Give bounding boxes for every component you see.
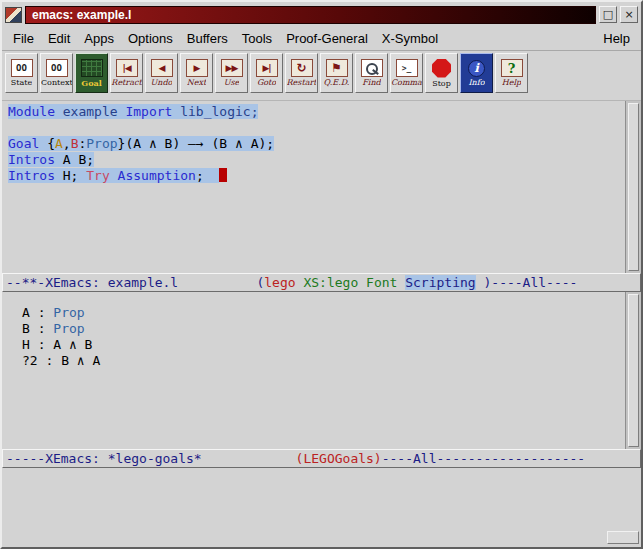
menu-edit[interactable]: Edit xyxy=(41,29,77,48)
goals-buffer[interactable]: A : PropB : PropH : A ∧ B?2 : B ∧ A xyxy=(2,292,625,449)
stop-sign-icon xyxy=(432,59,451,78)
code-token: Assumption xyxy=(118,168,196,183)
qed-flag-icon: ⚑ xyxy=(326,59,348,77)
modeline-segment: )----All---- xyxy=(476,275,578,290)
toolbar-label-next: Next xyxy=(187,78,206,87)
toolbar-label-info: Info xyxy=(468,78,484,87)
code-token: H; xyxy=(55,168,86,183)
menu-options[interactable]: Options xyxy=(121,29,180,48)
code-token: ; xyxy=(196,168,219,183)
maximize-button[interactable]: □ xyxy=(599,6,617,23)
qed-toolbar-button[interactable]: ⚑Q.E.D. xyxy=(320,53,353,93)
goal-toolbar-button[interactable]: Goal xyxy=(75,53,108,93)
goals-scrollbar[interactable] xyxy=(625,292,641,449)
retract-rewind-icon: |◀ xyxy=(116,59,138,77)
find-magnifier-icon xyxy=(361,59,383,77)
help-question-icon: ? xyxy=(501,59,523,77)
xemacs-window: emacs: example.l □ × FileEditAppsOptions… xyxy=(0,0,643,549)
goals-line: H : A ∧ B xyxy=(22,337,625,353)
toolbar-label-goto: Goto xyxy=(257,78,276,87)
toolbar-label-command: Command xyxy=(391,78,422,87)
next-toolbar-button[interactable]: ▶Next xyxy=(180,53,213,93)
retract-toolbar-button[interactable]: |◀Retract xyxy=(110,53,143,93)
undo-arrow-icon: ◀ xyxy=(151,59,173,77)
menu-proof-general[interactable]: Proof-General xyxy=(279,29,375,48)
restart-toolbar-button[interactable]: ↻Restart xyxy=(285,53,318,93)
window-menu-icon[interactable] xyxy=(5,7,22,23)
state-goggles-icon: OO xyxy=(11,59,33,77)
editor-code-line: Intros H; Try Assumption; xyxy=(8,168,625,184)
code-token: { xyxy=(39,136,55,151)
goal-grid-icon xyxy=(81,59,103,77)
code-token: ?2 : B ∧ A xyxy=(22,353,100,368)
goals-line: ?2 : B ∧ A xyxy=(22,353,625,369)
help-toolbar-button[interactable]: ?Help xyxy=(495,53,528,93)
editor-scrollbar-thumb[interactable] xyxy=(628,103,639,271)
code-token: Intros xyxy=(8,152,55,167)
menubar: FileEditAppsOptionsBuffersToolsProof-Gen… xyxy=(2,27,641,51)
code-token: example xyxy=(63,104,118,119)
goals-line: A : Prop xyxy=(22,305,625,321)
goals-modeline: -----XEmacs: *lego-goals* (LEGOGoals)---… xyxy=(2,449,641,468)
modeline-segment: ----All------------------- xyxy=(382,451,586,466)
toolbar-label-retract: Retract xyxy=(111,78,141,87)
use-toolbar-button[interactable]: ▶▶Use xyxy=(215,53,248,93)
menu-tools[interactable]: Tools xyxy=(235,29,279,48)
text-cursor xyxy=(219,168,227,182)
code-token: Import xyxy=(125,104,172,119)
code-token: Prop xyxy=(53,305,84,320)
context-goggles-icon: OO xyxy=(46,59,68,77)
code-token: H : A ∧ B xyxy=(22,337,92,352)
menu-buffers[interactable]: Buffers xyxy=(180,29,235,48)
info-toolbar-button[interactable]: iInfo xyxy=(460,53,493,93)
command-terminal-icon: >_ xyxy=(396,59,418,77)
command-toolbar-button[interactable]: >_Command xyxy=(390,53,423,93)
state-toolbar-button[interactable]: OOState xyxy=(5,53,38,93)
editor-code-line: Intros A B; xyxy=(8,152,625,168)
close-button[interactable]: × xyxy=(620,6,638,23)
modeline-segment: --**-XEmacs: example.l xyxy=(6,275,178,290)
code-token: lib_logic; xyxy=(172,104,258,119)
window-title-area[interactable]: emacs: example.l xyxy=(25,6,596,24)
menu-file[interactable]: File xyxy=(6,29,41,48)
menu-apps[interactable]: Apps xyxy=(77,29,121,48)
find-toolbar-button[interactable]: Find xyxy=(355,53,388,93)
editor-modeline: --**-XEmacs: example.l (lego XS:lego Fon… xyxy=(2,273,641,292)
code-token: Goal xyxy=(8,136,39,151)
next-arrow-icon: ▶ xyxy=(186,59,208,77)
editor-code-line xyxy=(8,120,625,136)
modeline-segment: (LEGOGoals) xyxy=(296,451,382,466)
restart-circle-icon: ↻ xyxy=(291,59,313,77)
code-token: A : xyxy=(22,305,53,320)
code-token: A B; xyxy=(55,152,94,167)
menu-x-symbol[interactable]: X-Symbol xyxy=(375,29,445,48)
toolbar-label-use: Use xyxy=(224,78,240,87)
stop-toolbar-button[interactable]: Stop xyxy=(425,53,458,93)
modeline-segment xyxy=(358,275,366,290)
modeline-segment xyxy=(178,275,256,290)
use-arrows-icon: ▶▶ xyxy=(221,59,243,77)
modeline-segment: Font xyxy=(366,275,397,290)
goto-toolbar-button[interactable]: ▶|Goto xyxy=(250,53,283,93)
code-token xyxy=(110,168,118,183)
undo-toolbar-button[interactable]: ◀Undo xyxy=(145,53,178,93)
editor-code-line: Goal {A,B:Prop}(A ∧ B) —→ (B ∧ A); xyxy=(8,136,625,152)
modeline-segment: -----XEmacs: *lego-goals* xyxy=(6,451,202,466)
goto-arrow-icon: ▶| xyxy=(256,59,278,77)
toolbar-label-restart: Restart xyxy=(287,78,317,87)
editor-buffer[interactable]: Module example Import lib_logic;Goal {A,… xyxy=(2,101,625,273)
context-toolbar-button[interactable]: OOContext xyxy=(40,53,73,93)
titlebar[interactable]: emacs: example.l □ × xyxy=(2,2,641,27)
minibuffer[interactable] xyxy=(2,468,641,548)
toolbar-label-undo: Undo xyxy=(151,78,173,87)
editor-scrollbar[interactable] xyxy=(625,101,641,273)
horizontal-scrollbar-thumb[interactable] xyxy=(607,531,639,544)
modeline-segment: Scripting xyxy=(405,275,475,290)
goals-line: B : Prop xyxy=(22,321,625,337)
toolbar-label-find: Find xyxy=(362,78,380,87)
code-token: Prop xyxy=(86,136,117,151)
goals-scrollbar-thumb[interactable] xyxy=(628,294,639,447)
editor-code-line: Module example Import lib_logic; xyxy=(8,104,625,120)
menu-help[interactable]: Help xyxy=(596,29,637,48)
code-token: Module xyxy=(8,104,55,119)
